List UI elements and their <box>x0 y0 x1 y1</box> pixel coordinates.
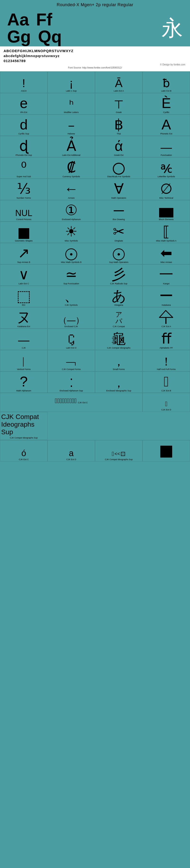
glyph-label-ascii: ASCII <box>1 90 47 92</box>
glyph-symbol-phoneticextsup: ɖ <box>19 139 28 153</box>
glyph-label-numberforms: Number Forms <box>1 197 47 199</box>
glyph-symbol-phoneticext: A <box>161 118 171 132</box>
glyph-symbol-katakanaext: ヌ <box>16 310 31 324</box>
glyph-dot-supmathop <box>118 253 120 255</box>
glyph-cell-alphabeticpf: ﬀ Alphabetic PF <box>143 329 190 350</box>
alphabet-lower: abcdefghijklmnopqrstuvwxyz <box>4 53 186 58</box>
glyph-symbol-latinextc: ∨ <box>18 268 29 282</box>
glyph-symbol-latinextd: Ꞔ <box>68 332 75 346</box>
glyph-label-latinextb: Latin Ext B <box>143 90 189 92</box>
glyph-cell-miscarrows: ⬅ Misc Arrows <box>143 243 190 265</box>
glyph-cell-cjkexta: 㐃 CJK Ext A <box>143 307 190 329</box>
glyph-cell-mathop: ∀ Math Operators <box>95 179 143 200</box>
glyph-label-katakana: Katakana <box>143 304 189 307</box>
glyph-cell-kangxi: ⼀ Kangxi <box>143 265 190 286</box>
glyph-cell-cjkcompatforms: ﹁ CJK Compat Forms <box>47 350 95 371</box>
glyph-symbol-cjk: — <box>18 335 30 346</box>
glyph-grid: ! ASCII ¡ Latin 1 Sup Ā Latin Ext A ƀ La… <box>0 71 190 440</box>
glyph-cell-cjk: — CJK <box>0 329 47 350</box>
glyph-cell-latinextc: ∨ Latin Ext C <box>0 265 47 286</box>
glyph-label-latinextc: Latin Ext C <box>1 282 47 285</box>
glyph-cell-katakanaext: ヌ Katakana Ext <box>0 307 47 329</box>
glyph-cell-cyrillic: È Cyrillic <box>143 93 190 115</box>
glyph-symbol-cjkcompatideosp: CJK Compat Ideographs Sup <box>1 413 46 436</box>
glyph-symbol-suppunct: ≃ <box>65 268 77 282</box>
glyph-label-phoneticext: Phonetic Ext <box>143 132 189 135</box>
glyph-cell-blockelems: Block Elements <box>143 200 190 221</box>
glyph-cell-geomshapes: Geometric Shapes <box>0 221 47 243</box>
glyph-label-greek: Greek <box>96 111 142 114</box>
glyph-cell-cjkextd: 𪜀 CJK Ext D <box>143 393 190 412</box>
glyph-symbol-cyrillicsup: d <box>20 118 28 132</box>
glyph-symbol-ascii: ! <box>22 78 25 89</box>
glyph-label-geomshapes: Geometric Shapes <box>1 240 47 242</box>
glyph-cell-modletters: ʰ Modifier Letters <box>47 93 95 115</box>
glyph-symbol-miscsym: ☀ <box>65 225 78 239</box>
glyph-symbol-suparrowsb: ↗ <box>18 246 30 260</box>
glyph-label-latinextd: Latin Ext D <box>48 347 94 349</box>
glyph-symbol-cjkcompatforms: ﹁ <box>66 356 77 367</box>
glyph-symbol-smallforms: ， <box>113 356 124 367</box>
glyph-label-bottom1: CJK Ext C <box>1 458 47 461</box>
glyph-cell-cjkcompatideosp: CJK Compat Ideographs Sup CJK Compat Ide… <box>0 412 47 440</box>
glyph-symbol-miscarrows: ⬅ <box>160 246 172 260</box>
glyph-cell-katakana: ー Katakana <box>143 286 190 307</box>
glyph-symbol-miscmathsyma: ⟦ <box>163 225 170 239</box>
glyph-symbol-bottom1: ó <box>22 449 26 458</box>
glyph-symbol-letterlike: ℀ <box>160 163 172 175</box>
glyph-label-enclosedcjk: Enclosed CJK <box>48 325 94 328</box>
glyph-symbol-cjksym: 、 <box>64 289 78 303</box>
glyph-symbol-latinextadd: Ả <box>67 139 76 153</box>
glyph-label-enclosedideosp: Enclosed Ideographic Sup <box>96 390 142 392</box>
header-title: Rounded-X Mgen+ 2p regular Regular <box>5 2 185 7</box>
glyph-cell-punctuation: — Punctuation <box>143 136 190 157</box>
copyright: © Design by fontke.com <box>4 63 186 66</box>
glyph-label-dingbats: Dingbats <box>96 240 142 242</box>
glyph-cell-bottom1: ó CJK Ext C <box>0 440 47 462</box>
glyph-symbol-currency: ₡ <box>67 160 76 175</box>
glyph-label-katakanaext: Katakana Ext <box>1 325 47 328</box>
glyph-cell-bottom2: a CJK Ext D <box>47 440 95 462</box>
glyph-cell-cjkextc: 𠁀𠂀𠃀𠄀𠅀𠆀𠇀𡁀𡂀 CJK Ext C <box>0 393 143 412</box>
glyph-symbol-dingbats: ✂ <box>113 225 125 239</box>
glyph-symbol-mathalphanum: ? <box>20 374 28 389</box>
glyph-cell-thai: ฿ Thai <box>95 115 143 136</box>
glyph-label-cjk: CJK <box>1 347 47 349</box>
glyph-cell-enclosedanumsp: ⁚ Enclosed Alphanum Sup <box>47 371 95 393</box>
showcase: Aa Ff Gg Qq 永 <box>0 8 190 46</box>
glyph-cell-enclosedcjk: （—） Enclosed CJK <box>47 307 95 329</box>
showcase-letter-ff: Ff <box>36 11 52 28</box>
glyph-cell-dingbats: ✂ Dingbats <box>95 221 143 243</box>
glyph-cell-phoneticext: A Phonetic Ext <box>143 115 190 136</box>
glyph-symbol-latin1sup: ¡ <box>69 78 73 89</box>
glyph-label-mathalphanum: Math Alphanum <box>1 390 47 392</box>
header: Rounded-X Mgen+ 2p regular Regular <box>0 0 190 8</box>
glyph-label-latinextadd: Latin Ext Additional <box>48 154 94 157</box>
glyph-cell-greek: ⊤ Greek <box>95 93 143 115</box>
glyph-cell-enclosedanum: ① Enclosed Alphanum <box>47 200 95 221</box>
glyph-cell-latinextb: ƀ Latin Ext B <box>143 72 190 93</box>
glyph-label-cjkextc: CJK Ext C <box>78 401 88 404</box>
glyph-label-bottom2: CJK Ext D <box>48 458 94 461</box>
glyph-cell-latinextadd: Ả Latin Ext Additional <box>47 136 95 157</box>
glyph-cell-superandsub: ⁰ Super And Sub <box>0 157 47 179</box>
glyph-symbol-cjkexta: 㐃 <box>159 310 174 324</box>
glyph-cell-miscmathsyma: ⟦ Misc Math Symbols A <box>143 221 190 243</box>
glyph-label-enclosedanumsp: Enclosed Alphanum Sup <box>48 390 94 392</box>
glyph-symbol-diacriticalsfor <box>113 163 125 175</box>
glyph-cell-ascii: ! ASCII <box>0 72 47 93</box>
glyph-symbol-latinextb: ƀ <box>163 78 170 89</box>
glyph-label-greekext: Greek Ext <box>96 154 142 157</box>
glyph-label-cjkcompatforms: CJK Compat Forms <box>48 368 94 371</box>
glyph-label-hallfullforms: Half And Full Forms <box>143 368 189 371</box>
glyph-label-cyrillic: Cyrillic <box>143 111 189 114</box>
glyph-cell-cjkradicalssup: 彡 CJK Radicals Sup <box>95 265 143 286</box>
glyph-symbol-cyrillic: È <box>161 96 171 111</box>
glyph-cell-arrows: ← Arrows <box>47 179 95 200</box>
glyph-label-letterlike: Letterlike Symbols <box>143 175 189 178</box>
glyph-label-smallforms: Small Forms <box>96 368 142 371</box>
glyph-cell-suppunct: ≃ Sup Punctuation <box>47 265 95 286</box>
glyph-cell-latinexta: Ā Latin Ext A <box>95 72 143 93</box>
glyph-label-currency: Currency Symbols <box>48 175 94 178</box>
glyph-label-miscmathsymb: Misc Math Symbols B <box>48 261 94 264</box>
